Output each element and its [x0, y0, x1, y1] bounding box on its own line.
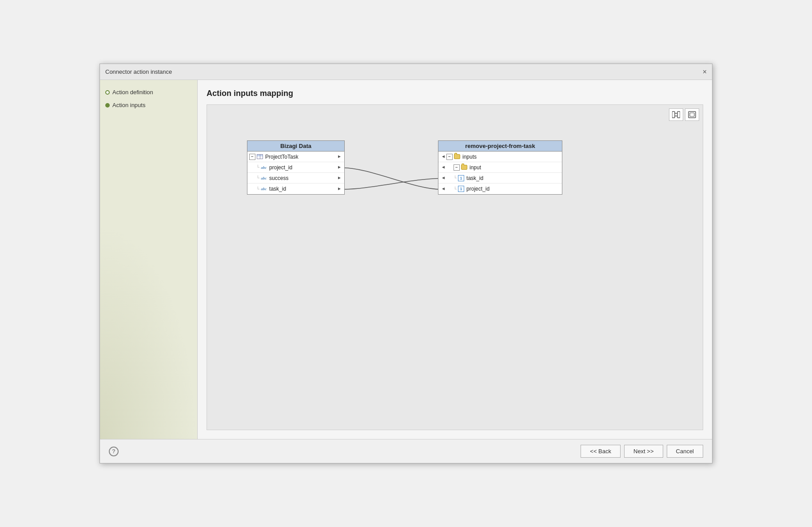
- success-label: success: [269, 175, 288, 181]
- expand-icon-inputs[interactable]: −: [446, 154, 453, 160]
- svg-rect-5: [690, 113, 694, 116]
- sidebar-dot-action-inputs: [105, 103, 110, 108]
- target-row-projectid: └ 1 project_id: [438, 184, 562, 194]
- folder-icon-input: [461, 164, 468, 171]
- folder-icon-inputs: [454, 153, 461, 160]
- projectid-label: project_id: [269, 164, 292, 171]
- sidebar-label-action-definition: Action definition: [112, 89, 153, 96]
- sidebar: Action definition Action inputs: [100, 80, 198, 439]
- connector-left-input: [440, 165, 445, 170]
- connector-action-dialog: Connector action instance × Action defin…: [100, 64, 712, 463]
- footer-right: << Back Next >> Cancel: [581, 445, 703, 458]
- page-title: Action inputs mapping: [207, 89, 703, 98]
- connector-right-taskid: [338, 187, 342, 191]
- inputs-label: inputs: [462, 154, 477, 160]
- bizagi-row-success: └ abc success: [247, 173, 344, 184]
- back-button[interactable]: << Back: [581, 445, 621, 458]
- sidebar-label-action-inputs: Action inputs: [112, 102, 145, 108]
- bizagi-data-header: Bizagi Data: [247, 141, 344, 152]
- target-taskid-label: task_id: [466, 175, 483, 181]
- cancel-button[interactable]: Cancel: [667, 445, 703, 458]
- target-row-taskid: └ 1 task_id: [438, 173, 562, 184]
- expand-icon-projecttotask[interactable]: −: [249, 154, 255, 160]
- sidebar-item-action-inputs[interactable]: Action inputs: [105, 102, 192, 108]
- target-row-inputs: − inputs: [438, 152, 562, 162]
- footer-left: ?: [109, 447, 119, 456]
- connector-left-taskid: [440, 176, 445, 180]
- toolbar-icons: [669, 108, 699, 121]
- dialog-body: Action definition Action inputs Action i…: [100, 80, 712, 439]
- bizagi-data-box: Bizagi Data − ProjectToTask: [247, 140, 345, 195]
- abc-icon-taskid: abc: [260, 185, 267, 192]
- connector-left-projectid: [440, 187, 445, 191]
- abc-icon-projectid: abc: [260, 164, 267, 171]
- svg-rect-1: [677, 112, 680, 118]
- fit-view-button[interactable]: [685, 108, 699, 121]
- connector-right-success: [338, 176, 342, 180]
- expand-icon-input[interactable]: −: [454, 164, 460, 171]
- bizagi-row-taskid: └ abc task_id: [247, 184, 344, 194]
- bizagi-row-projectid: └ abc project_id: [247, 162, 344, 173]
- main-content: Action inputs mapping: [198, 80, 712, 439]
- sidebar-dot-action-definition: [105, 90, 110, 95]
- mapping-layout-button[interactable]: [669, 108, 683, 121]
- number-icon-taskid: 1: [458, 175, 465, 182]
- target-row-input: − input: [438, 162, 562, 173]
- help-button[interactable]: ?: [109, 447, 119, 456]
- input-label: input: [470, 164, 481, 171]
- svg-rect-0: [672, 112, 675, 118]
- bizagi-row-projecttotask: − ProjectToTask: [247, 152, 344, 162]
- close-button[interactable]: ×: [703, 68, 707, 76]
- connector-right-projecttotask: [338, 155, 342, 159]
- target-box-header: remove-project-from-task: [438, 141, 562, 152]
- sidebar-item-action-definition[interactable]: Action definition: [105, 89, 192, 96]
- mapping-area: Bizagi Data − ProjectToTask: [207, 104, 703, 430]
- next-button[interactable]: Next >>: [624, 445, 663, 458]
- dialog-title: Connector action instance: [105, 68, 172, 75]
- taskid-label: task_id: [269, 186, 286, 192]
- target-box: remove-project-from-task − inputs: [438, 140, 562, 195]
- table-icon-projecttotask: [256, 153, 263, 160]
- connector-left-inputs: [440, 155, 445, 159]
- dialog-titlebar: Connector action instance ×: [100, 64, 712, 80]
- number-icon-projectid: 1: [458, 185, 465, 192]
- dialog-footer: ? << Back Next >> Cancel: [100, 439, 712, 463]
- connector-right-projectid: [338, 165, 342, 170]
- projecttotask-label: ProjectToTask: [265, 154, 299, 160]
- abc-icon-success: abc: [260, 175, 267, 182]
- target-projectid-label: project_id: [466, 186, 490, 192]
